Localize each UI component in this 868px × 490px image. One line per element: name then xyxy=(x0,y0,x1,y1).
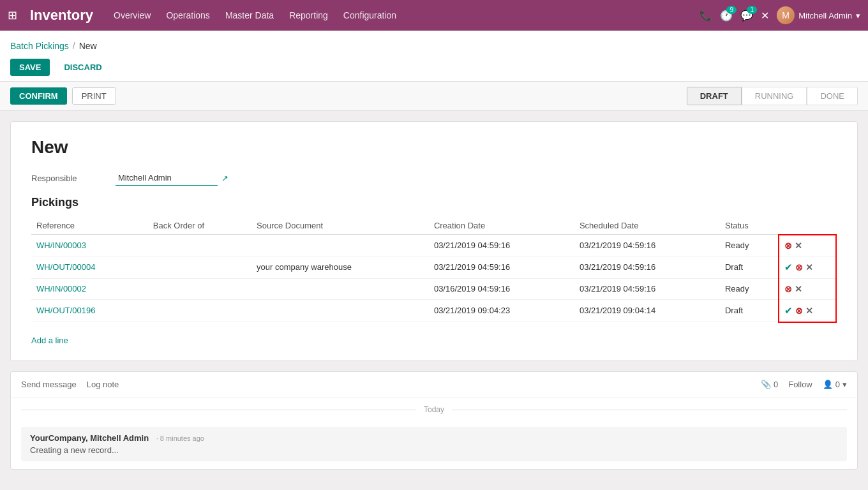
messages-container: YourCompany, Mitchell Admin · 8 minutes … xyxy=(11,427,857,461)
row-source-doc: your company warehouse xyxy=(251,256,429,278)
nav-reporting[interactable]: Reporting xyxy=(289,10,328,20)
add-line-link[interactable]: Add a line xyxy=(31,336,68,345)
status-step-running[interactable]: RUNNING xyxy=(742,87,807,105)
log-note-button[interactable]: Log note xyxy=(87,380,119,389)
external-link-icon[interactable]: ↗ xyxy=(221,174,228,183)
remove-icon[interactable]: ⊗ xyxy=(795,306,803,316)
pickings-table-header: Reference Back Order of Source Document … xyxy=(31,217,836,235)
activity-badge: 9 xyxy=(726,6,737,14)
confirm-button[interactable]: CONFIRM xyxy=(10,87,67,105)
check-icon: ✔ xyxy=(784,305,793,316)
main-content: New Responsible Mitchell Admin ↗ Picking… xyxy=(0,111,868,480)
message-time: · 8 minutes ago xyxy=(156,434,204,442)
col-scheduled-date: Scheduled Date xyxy=(574,217,720,235)
followers-counter: 👤 0 ▾ xyxy=(823,380,847,389)
nav-master-data[interactable]: Master Data xyxy=(225,10,274,20)
col-source-doc: Source Document xyxy=(251,217,429,235)
status-step-draft[interactable]: DRAFT xyxy=(687,87,742,105)
col-status: Status xyxy=(720,217,779,235)
chat-badge: 1 xyxy=(747,6,757,14)
discard-button[interactable]: DISCARD xyxy=(55,59,110,76)
avatar-image: M xyxy=(777,6,795,24)
responsible-select[interactable]: Mitchell Admin xyxy=(116,170,218,186)
row-source-doc xyxy=(251,299,429,322)
row-actions: ✔⊗✕ xyxy=(779,299,836,322)
followers-chevron[interactable]: ▾ xyxy=(842,380,847,389)
pickings-table-wrapper: Reference Back Order of Source Document … xyxy=(31,217,837,345)
delete-row-button[interactable]: ✕ xyxy=(795,241,802,251)
message-header: YourCompany, Mitchell Admin · 8 minutes … xyxy=(30,433,838,443)
row-source-doc xyxy=(251,235,429,256)
remove-icon[interactable]: ⊗ xyxy=(784,241,792,251)
row-creation-date: 03/21/2019 09:04:23 xyxy=(429,299,574,322)
responsible-input-group: Mitchell Admin ↗ xyxy=(116,170,228,186)
col-reference: Reference xyxy=(31,217,148,235)
phone-icon[interactable]: 📞 xyxy=(700,10,712,22)
table-row: WH/IN/0000303/21/2019 04:59:1603/21/2019… xyxy=(31,235,836,256)
today-divider: Today xyxy=(11,397,857,422)
row-creation-date: 03/16/2019 04:59:16 xyxy=(429,278,574,299)
pickings-table-body: WH/IN/0000303/21/2019 04:59:1603/21/2019… xyxy=(31,235,836,322)
row-back-order xyxy=(148,235,251,256)
user-menu[interactable]: M Mitchell Admin ▾ xyxy=(777,6,860,24)
remove-icon[interactable]: ⊗ xyxy=(795,262,803,272)
avatar: M xyxy=(777,6,795,24)
app-title: Inventory xyxy=(30,7,93,24)
delete-row-button[interactable]: ✕ xyxy=(805,306,813,316)
row-scheduled-date: 03/21/2019 04:59:16 xyxy=(574,235,720,256)
row-actions: ⊗✕ xyxy=(779,278,836,299)
row-status: Draft xyxy=(720,256,779,278)
message-author: YourCompany, Mitchell Admin xyxy=(30,433,149,443)
row-actions: ⊗✕ xyxy=(779,235,836,256)
delete-row-button[interactable]: ✕ xyxy=(795,284,802,294)
nav-configuration[interactable]: Configuration xyxy=(343,10,396,20)
remove-icon[interactable]: ⊗ xyxy=(784,284,792,294)
save-button[interactable]: SAVE xyxy=(10,59,50,76)
row-back-order xyxy=(148,278,251,299)
attachments-count: 0 xyxy=(774,380,778,389)
row-reference[interactable]: WH/IN/00003 xyxy=(31,235,148,256)
row-scheduled-date: 03/21/2019 09:04:14 xyxy=(574,299,720,322)
message-text: Creating a new record... xyxy=(30,445,838,455)
col-actions xyxy=(779,217,836,235)
followers-icon: 👤 xyxy=(823,380,833,389)
grid-icon[interactable]: ⊞ xyxy=(8,8,17,22)
status-step-done[interactable]: DONE xyxy=(807,87,858,105)
send-message-button[interactable]: Send message xyxy=(21,380,77,389)
nav-operations[interactable]: Operations xyxy=(166,10,209,20)
nav-overview[interactable]: Overview xyxy=(114,10,151,20)
print-button[interactable]: PRINT xyxy=(72,87,116,105)
check-icon: ✔ xyxy=(784,262,793,273)
delete-row-button[interactable]: ✕ xyxy=(805,262,813,272)
col-creation-date: Creation Date xyxy=(429,217,574,235)
actions-container: ⊗✕ xyxy=(784,284,830,294)
row-reference[interactable]: WH/OUT/00196 xyxy=(31,299,148,322)
activity-icon[interactable]: 🕐 9 xyxy=(720,10,733,22)
breadcrumb-parent[interactable]: Batch Pickings xyxy=(10,41,69,51)
close-icon[interactable]: ✕ xyxy=(761,10,769,22)
user-chevron-icon: ▾ xyxy=(856,11,860,20)
actions-container: ⊗✕ xyxy=(784,241,830,251)
row-source-doc xyxy=(251,278,429,299)
top-navigation: ⊞ Inventory Overview Operations Master D… xyxy=(0,0,868,31)
row-reference[interactable]: WH/OUT/00004 xyxy=(31,256,148,278)
col-back-order: Back Order of xyxy=(148,217,251,235)
row-actions: ✔⊗✕ xyxy=(779,256,836,278)
breadcrumb: Batch Pickings / New xyxy=(10,36,858,54)
row-creation-date: 03/21/2019 04:59:16 xyxy=(429,235,574,256)
action-bar: SAVE DISCARD xyxy=(10,54,858,81)
chatter-area: Send message Log note 📎 0 Follow 👤 0 ▾ T… xyxy=(10,371,858,470)
row-reference[interactable]: WH/IN/00002 xyxy=(31,278,148,299)
chatter-right: 📎 0 Follow 👤 0 ▾ xyxy=(761,380,847,389)
actions-container: ✔⊗✕ xyxy=(784,262,830,273)
follow-button[interactable]: Follow xyxy=(788,380,812,389)
paperclip-icon: 📎 xyxy=(761,380,771,389)
pickings-table: Reference Back Order of Source Document … xyxy=(31,217,837,323)
page-header: Batch Pickings / New SAVE DISCARD xyxy=(0,31,868,82)
chat-icon[interactable]: 💬 1 xyxy=(740,10,753,22)
form-title: New xyxy=(31,137,837,158)
breadcrumb-current: New xyxy=(79,41,97,51)
actions-container: ✔⊗✕ xyxy=(784,305,830,316)
pickings-section-title: Pickings xyxy=(31,196,837,209)
responsible-label: Responsible xyxy=(31,174,108,183)
